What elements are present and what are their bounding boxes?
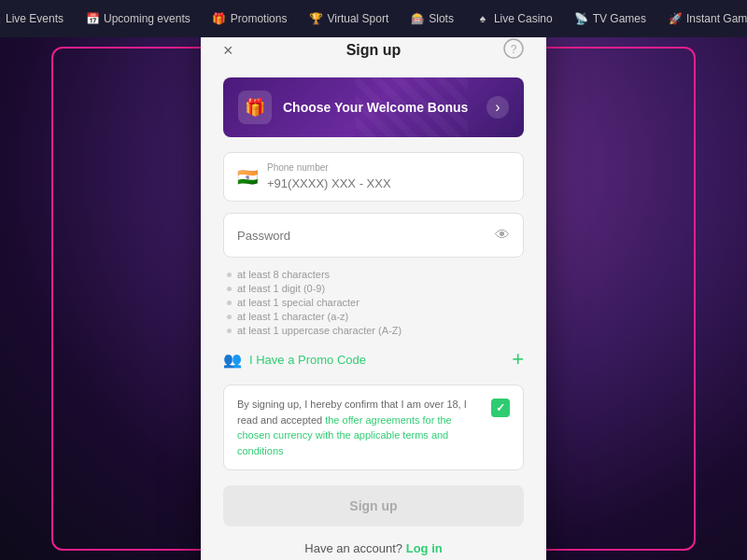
upcoming-events-icon: 📅 <box>86 12 99 25</box>
nav-slots[interactable]: 🎰 Slots <box>411 12 454 25</box>
help-button[interactable]: ? <box>503 38 524 63</box>
nav-slots-label: Slots <box>429 12 454 25</box>
modal-header: × Sign up ? <box>223 42 524 59</box>
slots-icon: 🎰 <box>411 12 424 25</box>
req-label: at least 1 uppercase character (A-Z) <box>237 325 402 336</box>
india-flag: 🇮🇳 <box>237 169 258 186</box>
terms-box: By signing up, I hereby confirm that I a… <box>223 385 524 470</box>
bonus-icon: 🎁 <box>238 91 272 124</box>
req-dot <box>227 315 232 319</box>
promo-plus-icon[interactable]: + <box>512 349 524 370</box>
terms-checkbox[interactable]: ✓ <box>491 399 510 417</box>
phone-field-wrap: Phone number <box>267 162 510 191</box>
nav-promotions-label: Promotions <box>231 12 288 25</box>
req-item: at least 1 character (a-z) <box>227 311 520 322</box>
help-icon: ? <box>503 38 524 59</box>
instant-games-icon: 🚀 <box>669 12 682 25</box>
promo-toggle[interactable]: 👥 I Have a Promo Code <box>223 351 366 369</box>
req-label: at least 8 characters <box>237 269 330 280</box>
checkmark-icon: ✓ <box>496 401 505 414</box>
req-item: at least 8 characters <box>227 269 520 280</box>
promo-label: I Have a Promo Code <box>249 353 366 367</box>
navbar: 📺 Live Events 📅 Upcoming events 🎁 Promot… <box>0 0 747 37</box>
bonus-arrow-icon: › <box>486 96 509 119</box>
req-dot <box>227 287 232 291</box>
signup-button[interactable]: Sign up <box>223 485 524 526</box>
req-item: at least 1 uppercase character (A-Z) <box>227 325 520 336</box>
eye-icon[interactable]: 👁 <box>495 227 510 244</box>
have-account-text: Have an account? <box>304 541 402 555</box>
main-area: × Sign up ? 🎁 Choose Your Welcome Bonus … <box>0 37 747 560</box>
req-label: at least 1 special character <box>237 297 359 308</box>
nav-upcoming-events-label: Upcoming events <box>104 12 190 25</box>
phone-input[interactable] <box>267 176 510 190</box>
nav-instant-games-label: Instant Games <box>686 12 747 25</box>
modal-title: Sign up <box>346 42 402 59</box>
welcome-bonus-banner[interactable]: 🎁 Choose Your Welcome Bonus › <box>223 77 524 137</box>
nav-live-casino[interactable]: ♠ Live Casino <box>476 12 553 25</box>
phone-field-container: 🇮🇳 Phone number <box>223 152 524 202</box>
req-item: at least 1 special character <box>227 297 520 308</box>
nav-live-events-label: Live Events <box>6 12 63 25</box>
promo-icon: 👥 <box>223 351 242 369</box>
password-field-container: 👁 <box>223 213 524 258</box>
flag-container[interactable]: 🇮🇳 <box>237 169 258 186</box>
have-account-row: Have an account? Log in <box>223 541 524 555</box>
terms-text: By signing up, I hereby confirm that I a… <box>237 397 482 458</box>
nav-upcoming-events[interactable]: 📅 Upcoming events <box>86 12 190 25</box>
svg-text:?: ? <box>511 42 517 55</box>
req-label: at least 1 digit (0-9) <box>237 283 325 294</box>
bonus-label: Choose Your Welcome Bonus <box>283 100 486 115</box>
promotions-icon: 🎁 <box>213 12 226 25</box>
nav-instant-games[interactable]: 🚀 Instant Games <box>669 12 747 25</box>
nav-live-events[interactable]: 📺 Live Events <box>0 12 63 25</box>
nav-tv-games[interactable]: 📡 TV Games <box>575 12 646 25</box>
req-label: at least 1 character (a-z) <box>237 311 348 322</box>
password-requirements: at least 8 characters at least 1 digit (… <box>223 269 524 336</box>
live-events-icon: 📺 <box>0 12 1 25</box>
live-casino-icon: ♠ <box>476 12 489 25</box>
signup-modal: × Sign up ? 🎁 Choose Your Welcome Bonus … <box>201 20 546 560</box>
nav-live-casino-label: Live Casino <box>494 12 553 25</box>
phone-label: Phone number <box>267 162 510 173</box>
login-link[interactable]: Log in <box>406 541 443 555</box>
nav-promotions[interactable]: 🎁 Promotions <box>213 12 288 25</box>
req-dot <box>227 329 232 333</box>
nav-virtual-sport-label: Virtual Sport <box>327 12 388 25</box>
close-button[interactable]: × <box>223 42 233 59</box>
nav-tv-games-label: TV Games <box>593 12 646 25</box>
tv-games-icon: 📡 <box>575 12 588 25</box>
req-dot <box>227 273 232 277</box>
req-dot <box>227 301 232 305</box>
req-item: at least 1 digit (0-9) <box>227 283 520 294</box>
promo-code-row: 👥 I Have a Promo Code + <box>223 349 524 370</box>
virtual-sport-icon: 🏆 <box>309 12 322 25</box>
password-input[interactable] <box>237 229 495 243</box>
nav-virtual-sport[interactable]: 🏆 Virtual Sport <box>309 12 388 25</box>
